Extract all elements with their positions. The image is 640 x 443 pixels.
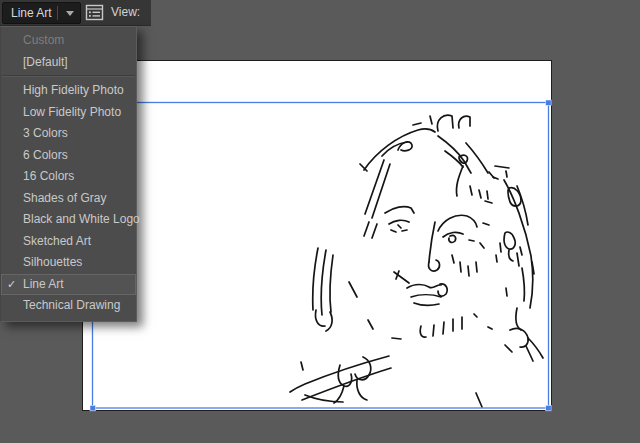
menu-item-high-fidelity-photo[interactable]: High Fidelity Photo [1,80,136,102]
menu-item-label: 6 Colors [23,148,68,162]
menu-item-label: Sketched Art [23,234,91,248]
chevron-down-icon [66,11,74,16]
selection-handle-bottom-left[interactable] [90,405,96,411]
menu-item-label: 3 Colors [23,126,68,140]
menu-item-sketched-art[interactable]: Sketched Art [1,231,136,253]
menu-item-label: Black and White Logo [23,212,140,226]
preset-dropdown-menu: Custom[Default]High Fidelity PhotoLow Fi… [0,26,137,322]
menu-separator [2,75,135,77]
menu-item-label: 16 Colors [23,169,74,183]
menu-item-low-fidelity-photo[interactable]: Low Fidelity Photo [1,102,136,124]
menu-item-label: Line Art [23,277,64,291]
menu-item-16-colors[interactable]: 16 Colors [1,166,136,188]
illustrator-workspace: Line Art View: Custom[Default]High Fidel… [0,0,640,443]
menu-item-3-colors[interactable]: 3 Colors [1,123,136,145]
menu-item-black-and-white-logo[interactable]: Black and White Logo [1,209,136,231]
menu-item-6-colors[interactable]: 6 Colors [1,145,136,167]
menu-item-label: [Default] [23,55,68,69]
image-trace-panel-icon [85,4,104,21]
menu-item-label: Shades of Gray [23,191,106,205]
selection-handle-top-right[interactable] [546,100,552,106]
menu-item-label: Technical Drawing [23,298,120,312]
menu-item-custom: Custom [1,30,136,52]
image-trace-panel-button[interactable] [85,4,104,21]
checkmark-icon: ✓ [7,274,16,296]
menu-item-silhouettes[interactable]: Silhouettes [1,252,136,274]
control-bar: Line Art View: [0,0,151,26]
menu-item-label: High Fidelity Photo [23,83,124,97]
menu-item-line-art[interactable]: ✓Line Art [1,274,136,296]
menu-item-label: Custom [23,33,64,47]
tracing-preset-dropdown[interactable]: Line Art [2,2,81,24]
menu-item-technical-drawing[interactable]: Technical Drawing [1,295,136,317]
menu-item-shades-of-gray[interactable]: Shades of Gray [1,188,136,210]
dropdown-divider [57,6,58,20]
view-label: View: [111,0,140,25]
preset-current-value: Line Art [11,3,52,23]
selection-rect[interactable] [93,103,549,409]
menu-item-label: Low Fidelity Photo [23,105,121,119]
menu-item-label: Silhouettes [23,255,82,269]
selection-handle-bottom-right[interactable] [546,405,552,411]
menu-item-default[interactable]: [Default] [1,52,136,74]
